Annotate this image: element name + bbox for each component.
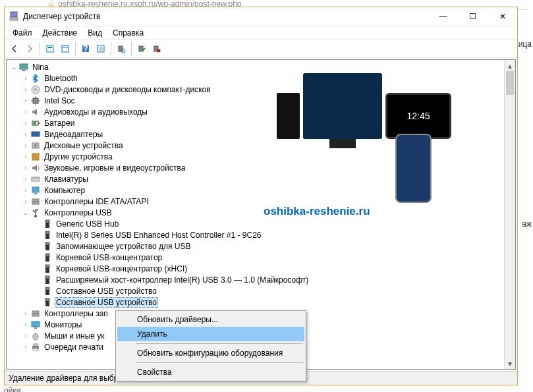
category-usb[interactable]: ⌄Контроллеры USB: [21, 208, 504, 218]
svg-point-17: [35, 89, 37, 91]
svg-text:?: ?: [83, 44, 88, 53]
disable-button[interactable]: [150, 42, 164, 56]
toolbar-separator: [40, 42, 40, 55]
svg-rect-25: [33, 122, 36, 125]
expander-icon[interactable]: ›: [21, 322, 30, 328]
svg-rect-10: [119, 46, 123, 51]
close-button[interactable]: ✕: [488, 7, 517, 26]
context-menu-item[interactable]: Обновить конфигурацию оборудования: [117, 346, 304, 360]
tree-item-label: Аудиовходы и аудиовыходы: [43, 107, 149, 117]
category-battery[interactable]: ›Батареи: [21, 118, 504, 128]
usb-device[interactable]: Запоминающее устройство для USB: [33, 241, 504, 252]
category-video[interactable]: ›Видеоадаптеры: [21, 129, 504, 140]
toolbar: ?: [5, 40, 517, 58]
window-title: Диспетчер устройств: [23, 12, 428, 21]
maximize-button[interactable]: ☐: [458, 7, 488, 26]
usb-device[interactable]: Расширяемый хост-контроллер Intel(R) USB…: [33, 275, 504, 285]
scroll-up-arrow[interactable]: ▴: [505, 60, 515, 71]
expander-icon[interactable]: ›: [21, 154, 30, 160]
expander-icon[interactable]: ⌄: [21, 210, 30, 216]
usb-device[interactable]: Корневой USB-концентратор (xHCI): [33, 264, 504, 274]
expander-icon[interactable]: ›: [21, 333, 30, 339]
root-node[interactable]: ⌄ Nina: [9, 62, 504, 72]
svg-rect-32: [32, 187, 39, 192]
usb-device[interactable]: Составное USB устройство: [33, 286, 504, 296]
scan-hardware-button[interactable]: [114, 42, 128, 56]
mouse-icon: [30, 331, 41, 341]
menu-file[interactable]: Файл: [7, 27, 38, 39]
usb-device[interactable]: Generic USB Hub: [33, 219, 504, 229]
disk-icon: [30, 140, 41, 151]
expander-icon[interactable]: ›: [21, 142, 30, 149]
usbdev-icon: [42, 275, 53, 285]
menu-action[interactable]: Действие: [38, 27, 83, 39]
titlebar[interactable]: Диспетчер устройств — ☐ ✕: [5, 7, 517, 26]
context-menu-item[interactable]: Свойства: [117, 365, 304, 379]
scroll-thumb[interactable]: [506, 71, 514, 95]
menu-separator: [136, 362, 303, 363]
svg-rect-60: [32, 322, 40, 327]
category-ide[interactable]: ›Контроллеры IDE ATA/ATAPI: [21, 196, 504, 207]
tree-item-label: Корневой USB-концентратор (xHCI): [55, 264, 188, 273]
scroll-down-arrow[interactable]: ▾: [505, 358, 515, 369]
computer-icon: [30, 185, 41, 196]
expander-icon[interactable]: ›: [21, 187, 30, 194]
context-menu-item[interactable]: Удалить: [117, 327, 304, 341]
expander-icon[interactable]: ›: [21, 98, 30, 104]
svg-rect-33: [34, 193, 37, 194]
vertical-scrollbar[interactable]: ▴ ▾: [504, 60, 515, 369]
expander-icon[interactable]: ›: [21, 109, 30, 115]
category-sound[interactable]: ›Звуковые, игровые и видеоустройства: [21, 163, 504, 173]
svg-rect-52: [45, 279, 49, 284]
category-bluetooth[interactable]: ›Bluetooth: [21, 73, 504, 84]
menu-help[interactable]: Справка: [107, 27, 149, 39]
svg-rect-51: [45, 276, 49, 279]
expander-icon[interactable]: ›: [21, 86, 30, 93]
expander-icon[interactable]: ›: [21, 75, 30, 82]
category-keyboard[interactable]: ›Клавиатуры: [21, 174, 504, 184]
tree-item-label: Мониторы: [43, 320, 83, 329]
forward-button[interactable]: [22, 42, 37, 56]
bg-fragment-2: аж: [522, 219, 532, 229]
refresh-button[interactable]: [94, 42, 108, 56]
expander-icon[interactable]: ›: [21, 344, 30, 350]
svg-point-35: [34, 201, 35, 202]
minimize-button[interactable]: —: [428, 7, 458, 26]
svg-point-36: [36, 201, 38, 202]
usbdev-icon: [42, 264, 53, 274]
usbdev-icon: [42, 241, 53, 252]
battery-icon: [30, 118, 41, 128]
category-computer[interactable]: ›Компьютер: [21, 185, 504, 196]
svg-rect-26: [32, 132, 40, 136]
show-hidden-button[interactable]: [43, 42, 57, 56]
expander-icon[interactable]: ›: [21, 165, 30, 171]
tree-item-label: Контроллеры USB: [43, 208, 113, 217]
usb-device[interactable]: Корневой USB-концентратор: [33, 252, 504, 263]
help-button[interactable]: ?: [78, 42, 93, 56]
tree-item-label: Контроллеры зап: [43, 309, 109, 318]
usbdev-icon: [42, 297, 53, 308]
expander-icon[interactable]: ⌄: [9, 64, 18, 70]
context-menu-item[interactable]: Обновить драйверы...: [117, 312, 304, 327]
usb-device[interactable]: Intel(R) 8 Series USB Enhanced Host Cont…: [33, 230, 504, 240]
category-audio[interactable]: ›Аудиовходы и аудиовыходы: [21, 107, 504, 117]
enable-button[interactable]: [134, 42, 149, 56]
category-disk[interactable]: ›Дисковые устройства: [21, 140, 504, 151]
expander-icon[interactable]: ›: [21, 120, 30, 126]
properties-button[interactable]: [58, 42, 72, 56]
bg-tab-fragment: ойки: [4, 386, 20, 392]
expander-icon[interactable]: ›: [21, 131, 30, 138]
usb-device[interactable]: Составное USB устройство: [33, 297, 504, 308]
category-cpu[interactable]: ›Intel Soc: [21, 96, 504, 106]
svg-rect-24: [38, 123, 40, 124]
expander-icon[interactable]: ›: [21, 310, 30, 317]
category-dvd[interactable]: ›DVD-дисководы и дисководы компакт-диско…: [21, 84, 504, 95]
category-other[interactable]: ›Другие устройства: [21, 152, 504, 162]
svg-rect-30: [32, 177, 40, 181]
svg-rect-61: [34, 327, 37, 329]
menu-view[interactable]: Вид: [82, 27, 107, 39]
toolbar-separator: [111, 42, 111, 55]
expander-icon[interactable]: ›: [21, 198, 30, 205]
back-button[interactable]: [7, 42, 22, 56]
expander-icon[interactable]: ›: [21, 176, 30, 182]
